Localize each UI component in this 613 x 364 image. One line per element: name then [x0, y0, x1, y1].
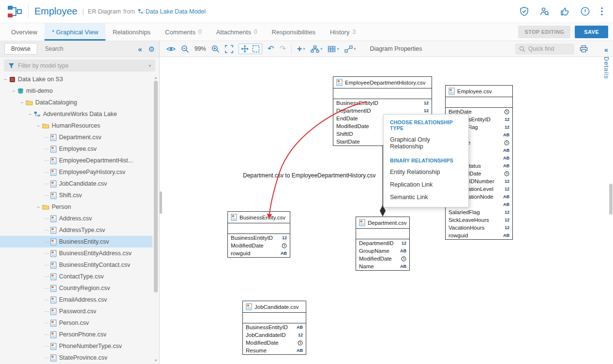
tree-item-jobcandidate-csv[interactable]: JobCandidate.csv — [0, 178, 152, 189]
entity-jobcandidate-csv[interactable]: JobCandidate.csvBusinessEntityIDABJobCan… — [242, 301, 306, 355]
tree-item-humanresources[interactable]: −HumanResources — [0, 120, 152, 131]
tree-item-emailaddress-csv[interactable]: EmailAddress.csv — [0, 294, 152, 306]
sidebar-resize-grip[interactable] — [160, 191, 162, 214]
tab-graphical-view[interactable]: * Graphical View — [45, 23, 105, 41]
zoom-in-icon[interactable] — [211, 45, 220, 53]
attribute-row[interactable]: rowguidAB — [228, 249, 290, 257]
entity-businessentity-csv[interactable]: BusinessEntity.csvBusinessEntityID12Modi… — [227, 211, 290, 258]
collapse-toggle-icon[interactable]: − — [29, 111, 34, 117]
search-tab[interactable]: Search — [45, 45, 63, 52]
tree-item-person[interactable]: −Person — [0, 201, 152, 213]
tree-item-contacttype-csv[interactable]: ContactType.csv — [0, 271, 152, 282]
attribute-row[interactable]: ResumeAB — [243, 347, 306, 354]
attribute-row[interactable]: ModifiedDate — [243, 339, 306, 347]
tree-item-phonenumbertype-csv[interactable]: PhoneNumberType.csv — [0, 340, 152, 352]
tree-item-label: EmployeePayHistory.csv — [59, 169, 125, 175]
pan-move-icon[interactable] — [241, 45, 249, 53]
tree-item-department-csv[interactable]: Department.csv — [0, 131, 152, 143]
tree-item-personphone-csv[interactable]: PersonPhone.csv — [0, 329, 152, 340]
attribute-row[interactable]: NameAB — [356, 262, 409, 270]
kebab-menu-icon[interactable] — [600, 6, 603, 16]
print-icon[interactable] — [580, 45, 588, 53]
attribute-row[interactable]: BusinessEntityID12 — [228, 234, 290, 242]
gear-icon[interactable]: ⚙ — [149, 45, 155, 53]
tab-overview[interactable]: Overview — [4, 23, 45, 41]
menu-item-replication-link[interactable]: Replication Link — [384, 178, 468, 191]
diagram-canvas[interactable]: EmployeeDepartmentHistory.csvBusinessEnt… — [160, 57, 613, 364]
collapse-toggle-icon[interactable]: − — [37, 123, 42, 129]
tree-item-businessentity-csv[interactable]: BusinessEntity.csv — [0, 236, 152, 248]
tree-item-datacataloging[interactable]: −DataCataloging — [0, 97, 152, 108]
canvas-vertical-scroll-thumb[interactable] — [609, 184, 613, 215]
attribute-row[interactable]: BusinessEntityIDAB — [243, 323, 306, 331]
quick-find-input[interactable] — [528, 45, 567, 52]
marquee-select-icon[interactable] — [252, 45, 260, 53]
tree-item-label: StateProvince.csv — [59, 354, 107, 361]
tab-history[interactable]: History3 — [323, 23, 363, 41]
model-type-filter[interactable]: Filter by model type ▾ — [4, 59, 155, 72]
collapse-toggle-icon[interactable]: − — [20, 100, 26, 105]
attribute-row[interactable]: SalariedFlag12 — [446, 208, 512, 216]
attribute-row[interactable]: DepartmentID12 — [356, 239, 409, 247]
stop-editing-button[interactable]: STOP EDITING — [518, 26, 570, 38]
diagram-properties-link[interactable]: Diagram Properties — [370, 45, 422, 52]
thumbs-up-icon[interactable] — [560, 6, 570, 16]
undo-icon[interactable]: ↶ — [268, 45, 274, 53]
browse-tab[interactable]: Browse — [4, 43, 37, 55]
tree-item-addresstype-csv[interactable]: AddressType.csv — [0, 224, 152, 236]
menu-item-graphical-only-relationship[interactable]: Graphical Only Relationship — [384, 133, 468, 153]
tree-item-employee-csv[interactable]: Employee.csv — [0, 143, 152, 155]
tab-attachments[interactable]: Attachments0 — [209, 23, 265, 41]
tree-item-businessentityaddress-csv[interactable]: BusinessEntityAddress.csv — [0, 248, 152, 259]
menu-item-entity-relationship[interactable]: Entity Relationship — [384, 166, 468, 178]
scroll-up-icon[interactable]: ▲ — [153, 76, 158, 79]
menu-item-semantic-link[interactable]: Semantic Link — [384, 191, 468, 204]
tree-item-shift-csv[interactable]: Shift.csv — [0, 189, 152, 201]
model-link[interactable]: Data Lake Data Model — [138, 8, 206, 15]
shield-check-icon[interactable] — [519, 6, 529, 16]
grid-view-dropdown[interactable]: ▾ — [328, 45, 339, 53]
relationship-dropdown[interactable]: ▾ — [344, 45, 356, 53]
tree-item-miti-demo[interactable]: −miti-demo — [0, 85, 152, 97]
tab-relationships[interactable]: Relationships — [105, 23, 158, 41]
tree-item-employeepayhistory-csv[interactable]: EmployeePayHistory.csv — [0, 166, 152, 178]
attribute-row[interactable]: JobCandidateID12 — [243, 331, 306, 339]
attribute-row[interactable]: GroupNameAB — [356, 247, 409, 255]
tree-item-countryregion-csv[interactable]: CountryRegion.csv — [0, 282, 152, 294]
attribute-row[interactable]: rowguidAB — [446, 232, 512, 239]
tree-item-businessentitycontact-csv[interactable]: BusinessEntityContact.csv — [0, 259, 152, 271]
add-entity-dropdown[interactable]: +▾ — [297, 44, 305, 53]
zoom-out-icon[interactable] — [181, 45, 189, 53]
tree-item-employeedepartmenthist[interactable]: EmployeeDepartmentHist... — [0, 155, 152, 166]
scroll-down-icon[interactable]: ▼ — [153, 359, 158, 362]
attribute-row[interactable]: DepartmentID12 — [333, 107, 432, 115]
auto-layout-dropdown[interactable]: ▾ — [311, 45, 323, 53]
attribute-row[interactable]: SickLeaveHours12 — [446, 216, 512, 224]
collapse-sidebar-icon[interactable]: « — [138, 45, 142, 53]
tree-item-adventureworks-data-lake[interactable]: −AdventureWorks Data Lake — [0, 108, 152, 120]
visibility-eye-icon[interactable] — [166, 46, 176, 52]
tree-scroll-thumb[interactable] — [154, 81, 158, 292]
attribute-row[interactable]: BusinessEntityID12 — [333, 99, 432, 107]
tab-comments[interactable]: Comments0 — [158, 23, 209, 41]
tree-item-person-csv[interactable]: Person.csv — [0, 317, 152, 329]
collapse-toggle-icon[interactable]: − — [4, 76, 9, 82]
tree-item-address-csv[interactable]: Address.csv — [0, 213, 152, 224]
attribute-row[interactable]: ModifiedDate — [356, 255, 409, 262]
user-audit-icon[interactable] — [539, 6, 550, 16]
alert-icon[interactable] — [580, 6, 590, 16]
tab-responsibilities[interactable]: Responsibilities — [265, 23, 323, 41]
save-button[interactable]: SAVE — [575, 26, 608, 38]
quick-find-box[interactable] — [515, 44, 574, 55]
entity-department-csv[interactable]: Department.csvDepartmentID12GroupNameABM… — [356, 217, 410, 271]
tree-item-data-lake-on-s3[interactable]: −Data Lake on S3 — [0, 73, 152, 85]
tree-item-stateprovince-csv[interactable]: StateProvince.csv — [0, 352, 152, 364]
collapse-toggle-icon[interactable]: − — [37, 204, 42, 210]
attribute-row[interactable]: ModifiedDate — [228, 242, 290, 249]
fit-to-screen-icon[interactable] — [225, 45, 233, 53]
collapse-toggle-icon[interactable]: − — [12, 88, 17, 94]
attribute-row[interactable]: VacationHours12 — [446, 224, 512, 232]
details-panel-tab[interactable]: « Details — [601, 46, 612, 79]
tree-scrollbar[interactable]: ▲ ▼ — [153, 76, 158, 362]
tree-item-password-csv[interactable]: Password.csv — [0, 306, 152, 317]
